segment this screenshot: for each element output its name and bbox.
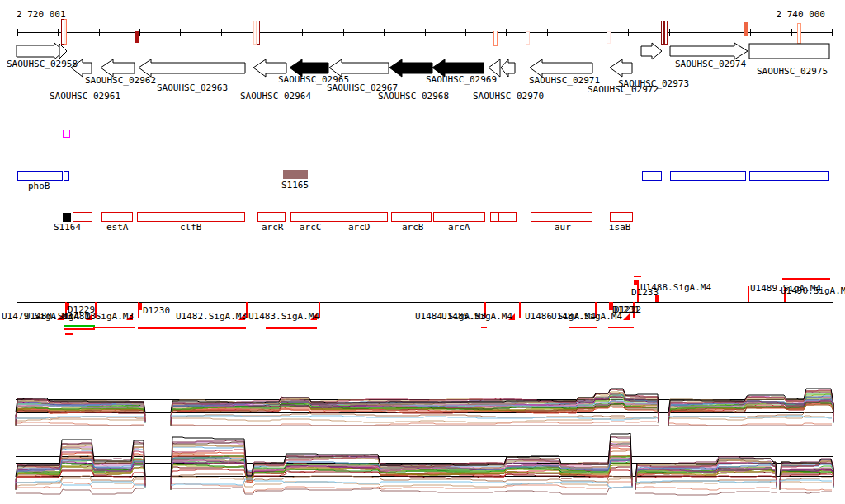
- transcript-underline[interactable]: [569, 327, 597, 328]
- transcript-underline[interactable]: [608, 327, 634, 328]
- feature-box-arcB[interactable]: [391, 212, 431, 221]
- ruler-tick: [262, 29, 262, 36]
- feature-label-isaB: isaB: [609, 223, 631, 232]
- feature-label-arcD: arcD: [348, 223, 371, 232]
- gene-arrow-SAOUHSC_02971[interactable]: [530, 59, 592, 77]
- transcript-underline[interactable]: [64, 325, 95, 327]
- ruler-variant-mark[interactable]: [607, 31, 610, 43]
- gene-label-SAOUHSC_02961: SAOUHSC_02961: [50, 92, 120, 101]
- gene-arrow-SAOUHSC_02962[interactable]: [101, 59, 135, 77]
- feature-box-arcR[interactable]: [257, 212, 285, 221]
- flag-dash-up[interactable]: [634, 276, 641, 277]
- flag-label-U1490.SigA.M4[interactable]: U1490.SigA.M4: [781, 286, 845, 295]
- feature-box-blue-right-2[interactable]: [670, 171, 745, 180]
- feature-box-blue-right-1[interactable]: [642, 171, 661, 180]
- feature-box-arcA[interactable]: [433, 212, 484, 221]
- ruler-variant-mark[interactable]: [797, 23, 800, 43]
- flag-label-D1229[interactable]: D1229: [68, 305, 95, 314]
- ruler-tick: [425, 29, 426, 36]
- gene-arrow-SAOUHSC_02973[interactable]: [610, 59, 632, 77]
- gene-label-SAOUHSC_02963: SAOUHSC_02963: [157, 83, 228, 92]
- plot-trace-low: [16, 419, 144, 421]
- feature-box-arcC[interactable]: [290, 212, 328, 221]
- plot-trace-outlier: [780, 480, 832, 481]
- gene-arrow-orf-small-fwd[interactable]: [641, 43, 662, 59]
- feature-box-phoB[interactable]: [17, 171, 62, 180]
- plot-trace-low: [16, 422, 144, 426]
- flag-label-U1488.SigA.M4[interactable]: U1488.SigA.M4: [640, 283, 711, 292]
- feature-box-red-unnamed-3[interactable]: [498, 212, 516, 221]
- transcript-underline[interactable]: [93, 327, 135, 328]
- flag-label-U1485.SigA.M4[interactable]: U1485.SigA.M4: [441, 312, 512, 321]
- flag-box-up[interactable]: [634, 280, 638, 285]
- flag-pole-down[interactable]: [519, 302, 521, 318]
- ruler-variant-mark[interactable]: [493, 31, 497, 45]
- plot-trace-low: [635, 487, 777, 490]
- ruler-variant-mark[interactable]: [257, 21, 259, 44]
- gene-label-SAOUHSC_02958: SAOUHSC_02958: [7, 59, 78, 68]
- flag-label-D1230[interactable]: D1230: [143, 306, 170, 315]
- ruler-tick: [710, 29, 710, 36]
- ruler-variant-mark[interactable]: [661, 21, 663, 44]
- flag-label-U1482.SigA.M3[interactable]: U1482.SigA.M3: [176, 312, 247, 321]
- transcript-underline[interactable]: [266, 327, 317, 329]
- gene-label-SAOUHSC_02974: SAOUHSC_02974: [675, 59, 746, 68]
- ruler-variant-mark[interactable]: [744, 22, 748, 35]
- gene-arrow-SAOUHSC_02958[interactable]: [17, 43, 64, 59]
- flag-box-down[interactable]: [138, 303, 142, 310]
- ruler-variant-mark[interactable]: [253, 21, 256, 44]
- ruler-tick: [547, 29, 548, 36]
- gene-label-SAOUHSC_02975: SAOUHSC_02975: [757, 67, 828, 76]
- gene-label-SAOUHSC_02962: SAOUHSC_02962: [85, 76, 156, 85]
- gene-arrow-SAOUHSC_02963[interactable]: [139, 59, 245, 77]
- ruler-tick: [180, 29, 181, 36]
- flag-dash-up[interactable]: [782, 278, 830, 280]
- ruler-tick: [302, 29, 303, 36]
- feature-label-arcA: arcA: [448, 223, 470, 232]
- feature-box-arcD[interactable]: [328, 212, 387, 221]
- feature-box-S1164[interactable]: [63, 213, 70, 221]
- ruler-tick: [750, 29, 751, 36]
- feature-label-S1164: S1164: [54, 223, 81, 232]
- ruler-tick: [384, 29, 385, 36]
- transcript-underline[interactable]: [138, 327, 246, 329]
- gene-arrow-SAOUHSC_02975[interactable]: [749, 44, 829, 59]
- feature-box-red-unnamed-2[interactable]: [490, 212, 498, 221]
- plot-gridline: [16, 456, 833, 457]
- feature-box-S1165[interactable]: [283, 170, 308, 179]
- feature-box-estA[interactable]: [101, 212, 132, 221]
- ruler-variant-mark[interactable]: [64, 19, 66, 44]
- gene-label-SAOUHSC_02968: SAOUHSC_02968: [378, 92, 449, 101]
- flag-label-U1483.SigA.M4[interactable]: U1483.SigA.M4: [248, 312, 319, 321]
- feature-label-phoB: phoB: [28, 181, 50, 191]
- gene-arrow-SAOUHSC_02974[interactable]: [670, 43, 748, 59]
- plot-trace-low: [635, 492, 777, 495]
- feature-box-phoB-small[interactable]: [64, 171, 68, 180]
- ruler-tick: [139, 29, 140, 36]
- ruler-tick: [628, 29, 629, 36]
- ruler-tick: [669, 29, 670, 36]
- feature-label-estA: estA: [106, 223, 129, 232]
- flag-label-D1232[interactable]: D1232: [614, 305, 641, 314]
- ruler-tick: [17, 29, 18, 36]
- feature-box-aur[interactable]: [531, 212, 592, 221]
- feature-box-red-unnamed-1[interactable]: [73, 212, 92, 221]
- ruler-variant-mark[interactable]: [135, 31, 138, 42]
- feature-label-S1165: S1165: [281, 181, 309, 190]
- ruler-variant-mark[interactable]: [664, 21, 667, 44]
- ruler-tick: [506, 29, 507, 36]
- transcript-underline[interactable]: [65, 333, 73, 335]
- gene-arrow-orf-sliver[interactable]: [59, 44, 67, 59]
- ruler-variant-mark[interactable]: [526, 31, 529, 44]
- flag-pole-up[interactable]: [748, 286, 749, 302]
- feature-box-blue-right-3[interactable]: [749, 171, 828, 180]
- ruler-tick: [99, 29, 100, 36]
- transcript-underline[interactable]: [64, 328, 95, 330]
- ruler-tick: [221, 29, 222, 36]
- feature-box-clfB[interactable]: [137, 212, 244, 221]
- feature-box-magenta[interactable]: [63, 130, 69, 137]
- gene-arrow-SAOUHSC_02970-arrow[interactable]: [501, 59, 515, 77]
- feature-box-isaB[interactable]: [610, 212, 632, 221]
- feature-label-arcR: arcR: [262, 223, 284, 232]
- transcript-underline[interactable]: [481, 327, 487, 328]
